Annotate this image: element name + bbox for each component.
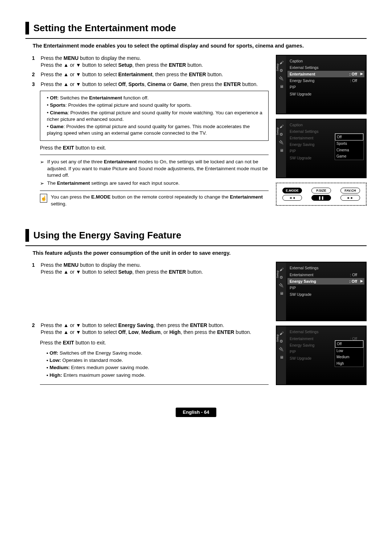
dropdown-item: Cinema: [335, 147, 363, 154]
section1-intro: The Entertainment mode enables you to se…: [33, 42, 367, 50]
osd-row: SW Upgrade: [287, 291, 364, 298]
plug-icon: 🔌: [279, 140, 284, 145]
pc-icon: 🖥: [279, 148, 284, 153]
remote-buttons: E.MODE P.SIZE FAV.CH ◄◄ ❚❚ ►►: [276, 183, 367, 206]
step-number: 2: [32, 71, 37, 78]
osd-row: External Settings: [287, 328, 364, 335]
divider: [40, 155, 269, 155]
step-number: 1: [32, 262, 37, 275]
remote-ff-button: ►►: [340, 195, 360, 201]
osd-row-selected: Entertainment: Off: [287, 71, 364, 77]
divider: [40, 191, 269, 191]
setup-vertical-label: Setup: [276, 334, 280, 342]
note-item: The Entertainment settings are saved for…: [40, 180, 269, 187]
osd-dropdown: Off Sports Cinema Game: [335, 133, 364, 160]
note-item: If you set any of the three Entertainmen…: [40, 159, 269, 179]
exit-line: Press the EXIT button to exit.: [40, 144, 269, 151]
osd-menu-3: Setup 🖌 ⚙ 🔌 🖥 External Settings Entertai…: [276, 262, 367, 321]
dropdown-item: Game: [335, 153, 363, 160]
section2-title: Using the Energy Saving Feature: [25, 229, 367, 242]
divider: [40, 384, 269, 385]
osd-row: External Settings: [287, 64, 364, 71]
osd-menu-4: Setup 🖌 ⚙ 🔌 🖥 External Settings Entertai…: [276, 326, 367, 385]
osd-row: External Settings: [287, 265, 364, 271]
remote-pause-button: ❚❚: [311, 195, 331, 201]
step2-text: Press the ▲ or ▼ button to select Entert…: [41, 71, 223, 78]
dropdown-item: High: [335, 360, 363, 367]
section1-title: Setting the Entertainment mode: [25, 22, 367, 34]
options-box: Off: Switches the Entertainment function…: [40, 91, 269, 140]
osd-row: SW Upgrade: [287, 91, 364, 97]
step-number: 1: [32, 55, 37, 69]
hand-icon: ☝: [40, 194, 47, 203]
remote-favch-button: FAV.CH: [340, 188, 360, 193]
options-box-2: • Off: Switches off the Energy Saving mo…: [40, 350, 269, 382]
step-number: 3: [32, 81, 37, 88]
osd-row: PIP: [287, 285, 364, 291]
s2-step1-text: Press the MENU button to display the men…: [41, 262, 203, 275]
plug-icon: 🔌: [279, 347, 284, 352]
section2-intro: This feature adjusts the power consumpti…: [33, 250, 367, 257]
remote-emode-button: E.MODE: [282, 188, 302, 193]
dropdown-item: Sports: [335, 140, 363, 147]
osd-row: PIP: [287, 84, 364, 90]
remote-psize-button: P.SIZE: [311, 188, 331, 193]
setup-vertical-label: Setup: [276, 270, 280, 278]
arrow-icon: [40, 159, 44, 179]
osd-menu-2: Setup 🖌 ⚙ 🔌 🖥 Caption External Settings …: [276, 119, 367, 178]
exit-line-2: Press the EXIT button to exit.: [40, 339, 269, 346]
pc-icon: 🖥: [279, 291, 284, 296]
dropdown-item: Medium: [335, 354, 363, 360]
remote-rewind-button: ◄◄: [282, 195, 302, 201]
osd-row-selected: Energy Saving: Off: [287, 278, 364, 285]
pc-icon: 🖥: [279, 84, 284, 89]
osd-menu-1: Setup 🖌 ⚙ 🔌 🖥 Caption External Settings …: [276, 55, 367, 114]
step-number: 2: [32, 322, 37, 336]
arrow-icon: [40, 180, 44, 187]
dropdown-item: Off: [335, 134, 363, 141]
s2-step2-text: Press the ▲ or ▼ button to select Energy…: [41, 322, 251, 336]
osd-row: Energy Saving: Off: [287, 77, 364, 84]
osd-row: Entertainment: Off: [287, 271, 364, 278]
setup-vertical-label: Setup: [276, 64, 280, 71]
page-footer: English - 64: [176, 408, 217, 417]
step1-text: Press the MENU button to display the men…: [41, 55, 203, 69]
dropdown-item: Low: [335, 348, 363, 354]
step3-text: Press the ▲ or ▼ button to select Off, S…: [41, 81, 258, 88]
osd-row: Caption: [287, 122, 364, 128]
pc-icon: 🖥: [279, 355, 284, 360]
plug-icon: 🔌: [279, 76, 284, 81]
setup-vertical-label: Setup: [276, 127, 280, 135]
osd-row: Caption: [287, 58, 364, 64]
osd-dropdown-2: Off Low Medium High: [335, 340, 364, 367]
dropdown-item: Off: [335, 340, 363, 348]
plug-icon: 🔌: [279, 283, 284, 288]
tip-note: ☝ You can press the E.MODE button on the…: [40, 194, 269, 207]
